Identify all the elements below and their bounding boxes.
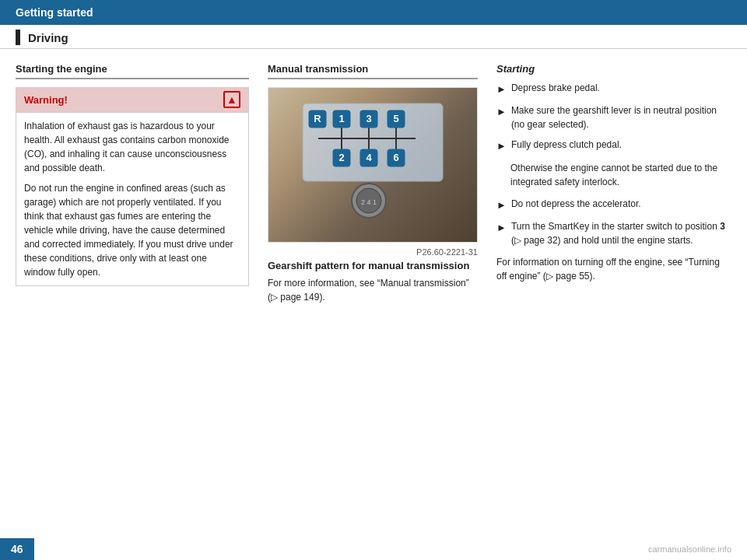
bullet-item-4: ► Do not depress the accelerator. bbox=[496, 197, 731, 213]
bullet-arrow-icon-5: ► bbox=[496, 220, 507, 236]
svg-text:2: 2 bbox=[338, 152, 344, 163]
bullet-arrow-icon-2: ► bbox=[496, 104, 507, 120]
watermark: carmanualsonline.info bbox=[648, 544, 731, 554]
warning-box: Warning! ▲ Inhalation of exhaust gas is … bbox=[16, 87, 249, 286]
warning-triangle-icon: ▲ bbox=[223, 91, 240, 108]
header-bar: Getting started bbox=[0, 0, 747, 25]
page-number: 46 bbox=[0, 538, 34, 560]
mid-column: Manual transmission bbox=[268, 63, 478, 304]
mid-body-text: For more information, see “Manual transm… bbox=[268, 276, 478, 304]
bullet-text-4: Do not depress the accelerator. bbox=[511, 197, 641, 211]
bullet-item-5: ► Turn the SmartKey in the starter switc… bbox=[496, 219, 731, 247]
section-title: Driving bbox=[28, 31, 68, 44]
svg-text:6: 6 bbox=[393, 152, 398, 163]
svg-text:1: 1 bbox=[338, 113, 344, 124]
left-col-heading: Starting the engine bbox=[16, 63, 249, 79]
bullet-arrow-icon-3: ► bbox=[496, 138, 507, 154]
bullet-arrow-icon-4: ► bbox=[496, 198, 507, 213]
svg-text:2 4 1: 2 4 1 bbox=[361, 198, 377, 206]
bullet-item-2: ► Make sure the gearshift lever is in ne… bbox=[496, 103, 731, 131]
right-col-heading: Starting bbox=[496, 63, 731, 75]
bullet-item-1: ► Depress brake pedal. bbox=[496, 81, 731, 97]
header-title: Getting started bbox=[16, 6, 93, 19]
right-footer-text: For information on turning off the engin… bbox=[496, 255, 731, 283]
warning-paragraph-1: Inhalation of exhaust gas is hazardous t… bbox=[24, 119, 240, 175]
bullet-arrow-icon-1: ► bbox=[496, 82, 507, 97]
bullet-text-3: Fully depress clutch pedal. bbox=[511, 138, 622, 152]
left-column: Starting the engine Warning! ▲ Inhalatio… bbox=[16, 63, 249, 304]
bullet-text-5: Turn the SmartKey in the starter switch … bbox=[511, 219, 731, 247]
right-column: Starting ► Depress brake pedal. ► Make s… bbox=[496, 63, 731, 304]
gear-image: R 1 3 5 2 4 6 bbox=[268, 87, 478, 243]
gear-caption: Gearshift pattern for manual transmissio… bbox=[268, 260, 478, 271]
right-note: Otherwise the engine cannot be started d… bbox=[510, 161, 731, 189]
mid-col-heading: Manual transmission bbox=[268, 63, 478, 79]
bullet-item-3: ► Fully depress clutch pedal. bbox=[496, 138, 731, 154]
warning-body: Inhalation of exhaust gas is hazardous t… bbox=[16, 113, 248, 285]
section-title-row: Driving bbox=[0, 25, 747, 49]
bullet-text-1: Depress brake pedal. bbox=[511, 81, 600, 95]
warning-paragraph-2: Do not run the engine in confined areas … bbox=[24, 181, 240, 279]
svg-text:5: 5 bbox=[393, 113, 398, 124]
warning-label: Warning! bbox=[24, 94, 68, 106]
svg-text:R: R bbox=[314, 113, 321, 124]
svg-text:3: 3 bbox=[366, 113, 371, 124]
warning-header: Warning! ▲ bbox=[16, 87, 248, 113]
gear-image-credit: P26.60-2221-31 bbox=[268, 247, 478, 257]
gear-pattern-svg: R 1 3 5 2 4 6 bbox=[295, 96, 451, 236]
section-indicator bbox=[16, 30, 20, 45]
right-heading-text: Starting bbox=[496, 63, 535, 75]
svg-text:4: 4 bbox=[366, 152, 372, 163]
main-content: Starting the engine Warning! ▲ Inhalatio… bbox=[0, 49, 747, 312]
bullet-text-2: Make sure the gearshift lever is in neut… bbox=[511, 103, 731, 131]
